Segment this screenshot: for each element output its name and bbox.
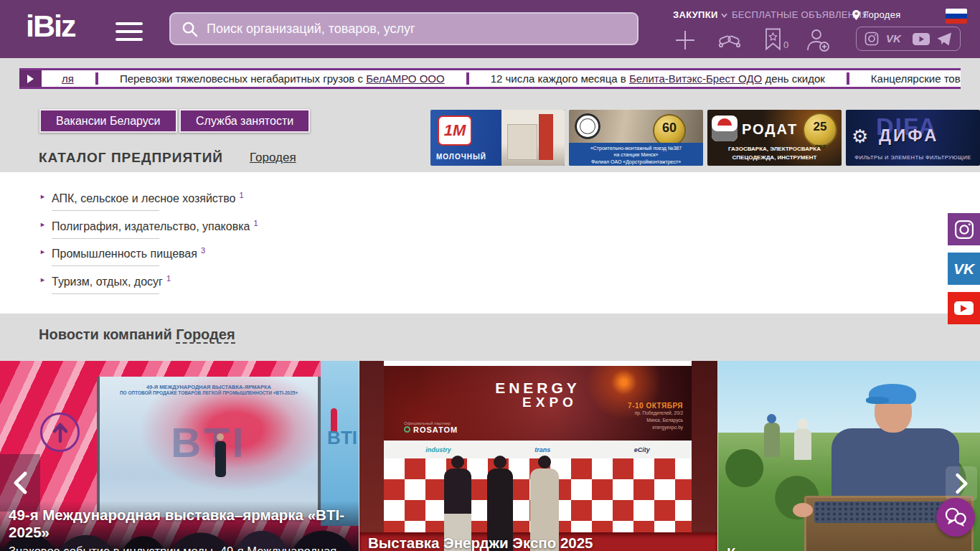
chevron-right-icon (954, 472, 969, 495)
category-count: 1 (253, 219, 258, 227)
banner-caption: МОЛОЧНЫЙ (436, 153, 486, 161)
stage-screen-image: 49-Я МЕЖДУНАРОДНАЯ ВЫСТАВКА-ЯРМАРКА ПО О… (97, 377, 321, 517)
nav-zakupki[interactable]: ЗАКУПКИ (673, 9, 727, 20)
ticker-separator (95, 72, 98, 85)
plus-icon[interactable] (674, 29, 696, 51)
category-food-industry[interactable]: ►Промышленность пищевая3 (39, 246, 205, 260)
add-user-icon[interactable] (806, 29, 831, 52)
anniversary-badge: 25ЛЕТ (804, 114, 836, 146)
scroll-to-top-button[interactable] (40, 413, 80, 452)
news-ticker: ля Перевозки тяжеловесных негабаритных г… (19, 68, 961, 89)
ticker-item: Канцелярские товары (871, 72, 961, 85)
bookmark-count: 0 (783, 39, 788, 50)
search-icon (182, 21, 198, 37)
speaker-silhouette (215, 441, 226, 477)
news-card-bti[interactable]: 49-Я МЕЖДУНАРОДНАЯ ВЫСТАВКА-ЯРМАРКА ПО О… (0, 361, 359, 551)
header-social-group: VK (856, 27, 961, 51)
ticker-item: 12 числа каждого месяца в Белита-Витэкс-… (491, 72, 825, 85)
sidebar-instagram-icon[interactable] (948, 213, 980, 245)
energy-expo-banner-image: ENERGYEXPO 7-10 ОКТЯБРЯ пр. Победителей,… (384, 366, 692, 441)
ticker-separator (847, 72, 849, 85)
language-flag-ru[interactable] (946, 9, 967, 24)
hamburger-menu-icon[interactable] (116, 22, 143, 46)
chat-bubbles-icon (943, 507, 968, 528)
page: iBiz ЗАКУПКИ БЕСПЛАТНЫЕ ОБЪЯВЛЕНИЯ Город… (0, 0, 980, 551)
ticker-item: ля (62, 72, 74, 85)
sidebar-vk-icon[interactable]: VK (948, 253, 980, 285)
catalog-panel: ►АПК, сельское и лесное хозяйство1 ►Поли… (0, 172, 980, 314)
news-title: Новости компаний Городея (39, 326, 235, 343)
play-icon (27, 75, 34, 83)
banner-molochny[interactable]: 1М МОЛОЧНЫЙ (430, 110, 565, 166)
chevron-left-icon (12, 471, 28, 495)
category-apk[interactable]: ►АПК, сельское и лесное хозяйство1 (39, 191, 244, 205)
banner-text: ГАЗОСВАРКА, ЭЛЕКТРОСВАРКАСПЕЦОДЕЖДА, ИНС… (707, 145, 842, 162)
ticker-link[interactable]: БелАМРО ООО (366, 72, 444, 85)
news-card-energy-expo[interactable]: ENERGYEXPO 7-10 ОКТЯБРЯ пр. Победителей,… (359, 361, 717, 551)
ticker-item: Перевозки тяжеловесных негабаритных груз… (120, 72, 445, 85)
category-count: 1 (239, 191, 243, 199)
category-count: 1 (166, 274, 171, 283)
vk-icon[interactable]: VK (886, 33, 905, 44)
news-city-link[interactable]: Городея (176, 326, 235, 344)
news-cards: 49-Я МЕЖДУНАРОДНАЯ ВЫСТАВКА-ЯРМАРКА ПО О… (0, 361, 980, 551)
header: iBiz ЗАКУПКИ БЕСПЛАТНЫЕ ОБЪЯВЛЕНИЯ Город… (0, 0, 980, 58)
card-description: Знаковое событие в индустрии моды- 49-я … (9, 545, 350, 551)
card-title[interactable]: К (727, 545, 972, 551)
category-count: 3 (201, 246, 205, 255)
instagram-icon[interactable] (864, 32, 879, 46)
banner-difa[interactable]: ⚙ DIFA ДИФА ФИЛЬТРЫ И ЭЛЕМЕНТЫ ФИЛЬТРУЮЩ… (846, 110, 980, 166)
banner-title: РОДАТ (742, 121, 798, 138)
category-poligrafia[interactable]: ►Полиграфия, издательство, упаковка1 (39, 219, 258, 233)
catalog-city-link[interactable]: Городея (250, 151, 296, 165)
carousel-next-button[interactable] (946, 466, 977, 501)
anniversary-badge: 60лет (654, 116, 684, 146)
rosatom-icon (404, 426, 410, 433)
banner-logo: 1М (438, 116, 472, 146)
nav-free-ads[interactable]: БЕСПЛАТНЫЕ ОБЪЯВЛЕНИЯ (732, 9, 869, 20)
svg-text:VK: VK (886, 33, 902, 44)
banner-smp387[interactable]: 60лет «Строительно-монтажный поезд №387н… (569, 110, 703, 166)
arrow-up-icon (52, 422, 69, 443)
triangle-bullet-icon: ► (39, 221, 46, 228)
card-title[interactable]: Выставка Энерджи Экспо 2025 (368, 534, 709, 551)
banner-text: «Строительно-монтажный поезд №387на стан… (569, 143, 703, 166)
sponsor-strip: industry trans eCity (384, 441, 692, 458)
ticker-link[interactable]: ля (62, 72, 74, 85)
nav-location[interactable]: Городея (852, 9, 901, 20)
vacancies-button[interactable]: Вакансии Беларуси (39, 109, 177, 133)
banner-rodat[interactable]: РОДАТ 25ЛЕТ ГАЗОСВАРКА, ЭЛЕКТРОСВАРКАСПЕ… (707, 110, 842, 166)
employment-service-button[interactable]: Служба занятости (179, 109, 310, 133)
carousel-prev-button[interactable] (0, 454, 40, 512)
location-pin-icon (852, 10, 860, 20)
chevron-down-icon (721, 13, 727, 18)
card-title[interactable]: 49-я Международная выставка–ярмарка «BTI… (9, 507, 350, 541)
triangle-bullet-icon: ► (39, 248, 46, 255)
logo[interactable]: iBiz (26, 9, 75, 44)
ticker-link[interactable]: Белита-Витэкс-Брест ОДО (629, 72, 762, 85)
stamp-icon (575, 113, 600, 139)
person-silhouette (794, 428, 811, 460)
handshake-icon[interactable] (717, 31, 742, 50)
banner-ads: 1М МОЛОЧНЫЙ 60лет «Строительно-монтажный… (430, 110, 980, 166)
category-tourism[interactable]: ►Туризм, отдых, досуг1 (39, 274, 171, 288)
search-bar (169, 12, 639, 45)
telegram-icon[interactable] (937, 32, 952, 46)
triangle-bullet-icon: ► (39, 193, 46, 200)
gear-icon: ⚙ (852, 126, 868, 148)
search-input[interactable] (207, 22, 637, 37)
bookmark-icon[interactable] (765, 28, 781, 51)
ticker-play-button[interactable] (19, 70, 42, 87)
banner-text: ФИЛЬТРЫ И ЭЛЕМЕНТЫ ФИЛЬТРУЮЩИЕ (846, 154, 980, 161)
catalog-title: КАТАЛОГ ПРЕДПРИЯТИЙ (39, 150, 223, 166)
ticker-separator (466, 72, 469, 85)
sidebar-youtube-icon[interactable] (948, 292, 980, 324)
chat-widget-button[interactable] (936, 498, 975, 537)
triangle-bullet-icon: ► (39, 276, 46, 283)
person-silhouette (764, 423, 780, 457)
youtube-icon[interactable] (913, 33, 930, 45)
banner-title: ДИФА (879, 126, 939, 146)
